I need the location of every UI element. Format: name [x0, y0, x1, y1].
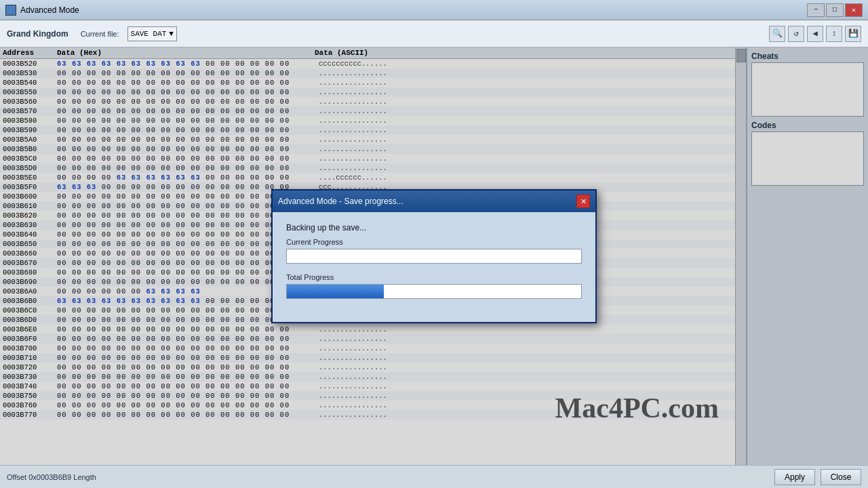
offset-value: 0x0003B6B9: [28, 473, 73, 481]
status-bar: Offset 0x0003B6B9 Length Apply Close: [0, 465, 868, 488]
app-icon: [5, 5, 16, 16]
window-controls: − □ ✕: [807, 3, 863, 17]
save-icon[interactable]: 💾: [845, 26, 861, 42]
refresh-icon[interactable]: ↺: [788, 26, 804, 42]
file-value: SAVE DAT: [131, 30, 167, 38]
title-bar: Advanced Mode − □ ✕: [0, 0, 868, 20]
main-area: Address Data (Hex) Data (ASCII) 0003B520…: [0, 47, 868, 465]
total-progress-fill: [287, 285, 384, 298]
total-progress-label: Total Progress: [286, 273, 582, 281]
toolbar-icons: 🔍 ↺ ◀ ↕ 💾: [769, 26, 861, 42]
dialog-title: Advanced Mode - Save progress...: [278, 197, 403, 206]
title-bar-left: Advanced Mode: [5, 5, 79, 16]
save-progress-dialog: Advanced Mode - Save progress... ✕ Backi…: [271, 189, 597, 323]
dialog-overlay: Advanced Mode - Save progress... ✕ Backi…: [0, 47, 868, 465]
current-progress-label: Current Progress: [286, 238, 582, 246]
length-label: Length: [73, 473, 96, 481]
app-name: Grand Kingdom: [7, 29, 68, 39]
backing-up-text: Backing up the save...: [286, 223, 582, 232]
dialog-titlebar: Advanced Mode - Save progress... ✕: [273, 190, 595, 212]
minimize-button[interactable]: −: [807, 3, 825, 17]
file-dropdown[interactable]: SAVE DAT ▼: [127, 26, 177, 41]
total-progress-bar: [286, 284, 582, 299]
close-button[interactable]: Close: [821, 469, 861, 485]
toolbar: Grand Kingdom Current file: SAVE DAT ▼ 🔍…: [0, 20, 868, 47]
back-icon[interactable]: ◀: [807, 26, 823, 42]
dialog-body: Backing up the save... Current Progress …: [273, 212, 595, 322]
action-buttons: Apply Close: [774, 469, 861, 485]
close-window-button[interactable]: ✕: [845, 3, 863, 17]
current-progress-bar: [286, 249, 582, 264]
current-file-label: Current file:: [81, 30, 119, 38]
offset-label: Offset: [7, 473, 28, 481]
offset-info: Offset 0x0003B6B9 Length: [7, 473, 96, 481]
restore-button[interactable]: □: [826, 3, 844, 17]
window-title: Advanced Mode: [20, 5, 79, 15]
sort-icon[interactable]: ↕: [826, 26, 842, 42]
search-icon[interactable]: 🔍: [769, 26, 785, 42]
dialog-close-button[interactable]: ✕: [576, 195, 590, 208]
apply-button[interactable]: Apply: [774, 469, 815, 485]
dropdown-arrow-icon: ▼: [169, 30, 174, 38]
